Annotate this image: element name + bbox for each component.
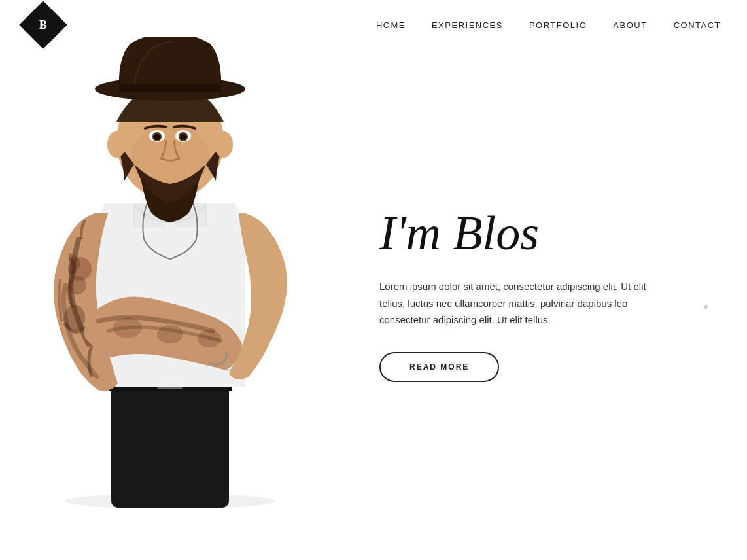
person-svg (33, 37, 307, 508)
svg-rect-22 (119, 84, 221, 92)
hero-person-area (0, 50, 340, 508)
main-content: I'm Blos Lorem ipsum dolor sit amet, con… (0, 50, 747, 560)
hero-title: I'm Blos (379, 207, 747, 260)
hero-headline: I'm Blos (379, 207, 747, 260)
hero-text-content: I'm Blos Lorem ipsum dolor sit amet, con… (340, 50, 747, 382)
svg-rect-1 (111, 383, 229, 508)
header: B HOME EXPERIENCES PORTFOLIO ABOUT CONTA… (0, 0, 747, 50)
nav-home[interactable]: HOME (376, 20, 406, 30)
svg-point-15 (154, 134, 160, 139)
svg-point-8 (157, 325, 183, 343)
svg-point-18 (181, 134, 186, 139)
logo-diamond: B (19, 1, 67, 49)
svg-point-5 (68, 276, 86, 294)
dot-decoration (704, 305, 708, 309)
hero-description: Lorem ipsum dolor sit amet, consectetur … (379, 278, 654, 328)
nav-portfolio[interactable]: PORTFOLIO (529, 20, 587, 30)
nav-about[interactable]: ABOUT (613, 20, 647, 30)
logo-letter: B (39, 18, 47, 31)
read-more-button[interactable]: READ MORE (379, 352, 499, 382)
nav-contact[interactable]: CONTACT (674, 20, 721, 30)
logo[interactable]: B (26, 8, 60, 42)
nav-experiences[interactable]: EXPERIENCES (432, 20, 503, 30)
svg-point-9 (198, 330, 221, 347)
svg-point-20 (215, 131, 233, 158)
svg-point-7 (113, 317, 142, 338)
svg-point-19 (107, 131, 126, 158)
main-nav: HOME EXPERIENCES PORTFOLIO ABOUT CONTACT (376, 20, 721, 30)
